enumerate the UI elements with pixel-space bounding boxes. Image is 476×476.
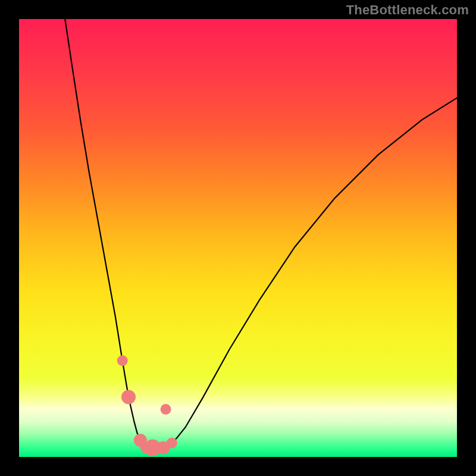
- curve-left: [65, 19, 152, 448]
- chart-frame: TheBottleneck.com: [0, 0, 476, 476]
- watermark-text: TheBottleneck.com: [346, 2, 469, 18]
- plot-svg: [19, 19, 457, 457]
- data-marker: [161, 404, 171, 415]
- data-marker: [121, 390, 136, 404]
- marker-group: [117, 355, 177, 456]
- data-marker: [117, 355, 128, 366]
- data-marker: [167, 437, 177, 448]
- plot-area: [19, 19, 457, 457]
- curve-right: [152, 98, 457, 447]
